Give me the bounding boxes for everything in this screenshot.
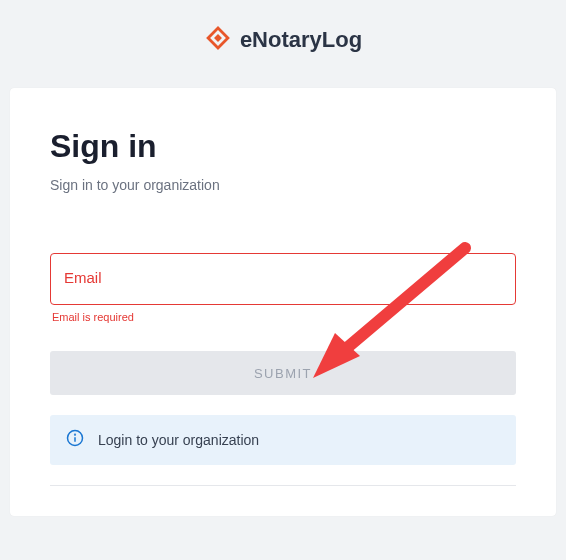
info-banner-text: Login to your organization (98, 432, 259, 448)
page-title: Sign in (50, 128, 516, 165)
submit-button[interactable]: SUBMIT (50, 351, 516, 395)
page-subtitle: Sign in to your organization (50, 177, 516, 193)
email-error-text: Email is required (50, 311, 516, 323)
divider (50, 485, 516, 486)
brand-header: eNotaryLog (0, 0, 566, 88)
email-field-wrapper: Email (50, 253, 516, 305)
svg-point-4 (75, 434, 76, 435)
brand-name: eNotaryLog (240, 27, 362, 53)
svg-rect-1 (214, 34, 222, 42)
signin-card: Sign in Sign in to your organization Ema… (10, 88, 556, 516)
email-input[interactable] (50, 253, 516, 305)
info-banner: Login to your organization (50, 415, 516, 465)
info-icon (66, 429, 84, 451)
brand-logo-icon (204, 24, 232, 56)
